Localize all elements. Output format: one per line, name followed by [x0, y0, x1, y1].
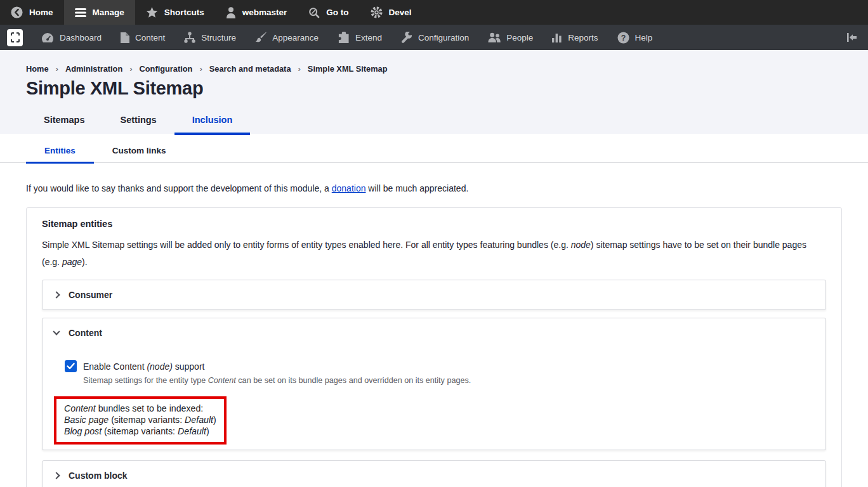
toolbar-admin: Dashboard Content Structure Appearance E…	[0, 25, 868, 50]
details-label: Consumer	[69, 290, 112, 300]
puzzle-icon	[338, 32, 350, 43]
toolbar-item-devel[interactable]: Devel	[360, 0, 423, 25]
line-text: bundles set to be indexed:	[96, 403, 204, 413]
details-content: Content Enable Content (node) support Si…	[42, 318, 826, 450]
admin-item-content[interactable]: Content	[111, 25, 174, 50]
admin-item-label: Help	[635, 33, 653, 42]
admin-item-extend[interactable]: Extend	[328, 25, 391, 50]
breadcrumb-home[interactable]: Home	[26, 64, 49, 74]
tab-sitemaps[interactable]: Sitemaps	[26, 107, 102, 135]
line-italic: Blog post	[64, 426, 102, 436]
desc-italic: Content	[208, 376, 236, 385]
admin-item-configuration[interactable]: Configuration	[391, 25, 478, 50]
admin-item-label: Structure	[201, 33, 236, 42]
file-icon	[121, 32, 129, 43]
tab-custom-links[interactable]: Custom links	[94, 143, 185, 162]
toolbar-item-manage[interactable]: Manage	[64, 0, 135, 25]
desc-text: can be set on its bundle pages and overr…	[236, 376, 471, 385]
label-italic: (node)	[147, 361, 172, 372]
org-chart-icon	[184, 32, 195, 43]
breadcrumb-separator: ›	[298, 64, 301, 74]
donation-note-text: will be much appreciated.	[365, 183, 468, 193]
fieldset-description: Simple XML Sitemap settings will be adde…	[42, 237, 826, 271]
hamburger-icon	[75, 8, 86, 17]
admin-item-dashboard[interactable]: Dashboard	[32, 25, 111, 50]
desc-text: ).	[82, 257, 88, 267]
breadcrumb-configuration[interactable]: Configuration	[140, 64, 193, 74]
admin-item-appearance[interactable]: Appearance	[246, 25, 328, 50]
user-icon	[226, 7, 236, 18]
line-text: )	[213, 415, 216, 425]
details-consumer-summary[interactable]: Consumer	[43, 280, 825, 309]
indexed-bundles-annotation: Content bundles set to be indexed: Basic…	[54, 396, 227, 445]
admin-item-label: People	[506, 33, 533, 42]
toolbar-item-shortcuts[interactable]: Shortcuts	[135, 0, 215, 25]
details-label: Custom block	[69, 471, 128, 481]
breadcrumb-current: Simple XML Sitemap	[308, 64, 388, 74]
toolbar-item-webmaster[interactable]: webmaster	[215, 0, 298, 25]
enable-content-description: Sitemap settings for the entity type Con…	[83, 376, 814, 385]
admin-item-structure[interactable]: Structure	[174, 25, 246, 50]
breadcrumb-separator: ›	[56, 64, 58, 74]
line-italic: Basic page	[64, 415, 109, 425]
enable-content-row: Enable Content (node) support	[65, 360, 814, 372]
desc-italic: page	[62, 257, 82, 267]
tab-settings[interactable]: Settings	[102, 107, 174, 135]
secondary-tabs: Entities Custom links	[0, 143, 868, 163]
donation-note-text: If you would like to say thanks and supp…	[26, 183, 332, 193]
wrench-icon	[401, 32, 412, 43]
indexed-bundles-line: Basic page (sitemap variants: Default)	[64, 414, 216, 425]
details-content-summary[interactable]: Content	[43, 318, 825, 347]
gauge-icon	[41, 32, 54, 43]
primary-tabs: Sitemaps Settings Inclusion	[26, 107, 842, 135]
donation-link[interactable]: donation	[332, 183, 366, 193]
details-custom-block: Custom block	[42, 460, 826, 487]
people-icon	[488, 32, 501, 43]
admin-item-label: Appearance	[272, 33, 319, 42]
admin-item-label: Reports	[568, 33, 598, 42]
desc-text: Simple XML Sitemap settings will be adde…	[42, 240, 571, 250]
line-italic: Default	[185, 415, 213, 425]
back-circle-icon	[11, 6, 23, 18]
star-icon	[146, 7, 158, 18]
admin-item-people[interactable]: People	[478, 25, 542, 50]
toolbar-item-goto[interactable]: Go to	[298, 0, 359, 25]
brush-icon	[255, 32, 266, 43]
line-text: (sitemap variants:	[109, 415, 185, 425]
toolbar-top: Home Manage Shortcuts webmaster Go to De…	[0, 0, 868, 25]
label-text: support	[173, 361, 205, 372]
admin-item-help[interactable]: ? Help	[608, 25, 662, 50]
breadcrumb-administration[interactable]: Administration	[65, 64, 122, 74]
desc-italic: node	[571, 240, 591, 250]
admin-item-label: Content	[135, 33, 165, 42]
admin-item-label: Dashboard	[60, 33, 102, 42]
toolbar-item-label: Devel	[389, 8, 412, 17]
sitemap-entities-fieldset: Sitemap entities Simple XML Sitemap sett…	[26, 207, 842, 487]
gear-icon	[371, 6, 383, 18]
chevron-right-icon	[53, 291, 60, 298]
toolbar-item-label: Go to	[326, 8, 348, 17]
enable-content-checkbox[interactable]	[65, 360, 77, 372]
breadcrumb: Home › Administration › Configuration › …	[26, 64, 842, 74]
fieldset-legend: Sitemap entities	[42, 219, 826, 229]
desc-text: Sitemap settings for the entity type	[83, 376, 208, 385]
line-text: (sitemap variants:	[102, 426, 178, 436]
breadcrumb-search-and-metadata[interactable]: Search and metadata	[209, 64, 291, 74]
admin-item-label: Configuration	[418, 33, 469, 42]
tab-inclusion[interactable]: Inclusion	[174, 107, 251, 135]
page-title: Simple XML Sitemap	[26, 78, 842, 99]
details-custom-block-summary[interactable]: Custom block	[43, 461, 825, 487]
admin-item-reports[interactable]: Reports	[542, 25, 607, 50]
drupal-tools-icon[interactable]	[7, 29, 23, 46]
chevron-down-icon	[53, 328, 60, 335]
tab-entities[interactable]: Entities	[26, 143, 94, 162]
admin-item-label: Extend	[355, 33, 382, 42]
bar-chart-icon	[552, 32, 562, 42]
line-italic: Content	[64, 403, 96, 413]
toolbar-item-label: Shortcuts	[164, 8, 204, 17]
line-text: )	[206, 426, 209, 436]
toolbar-item-home[interactable]: Home	[0, 0, 64, 25]
collapse-left-icon[interactable]	[841, 32, 862, 42]
details-label: Content	[69, 328, 102, 338]
checkmark-icon	[67, 363, 75, 370]
